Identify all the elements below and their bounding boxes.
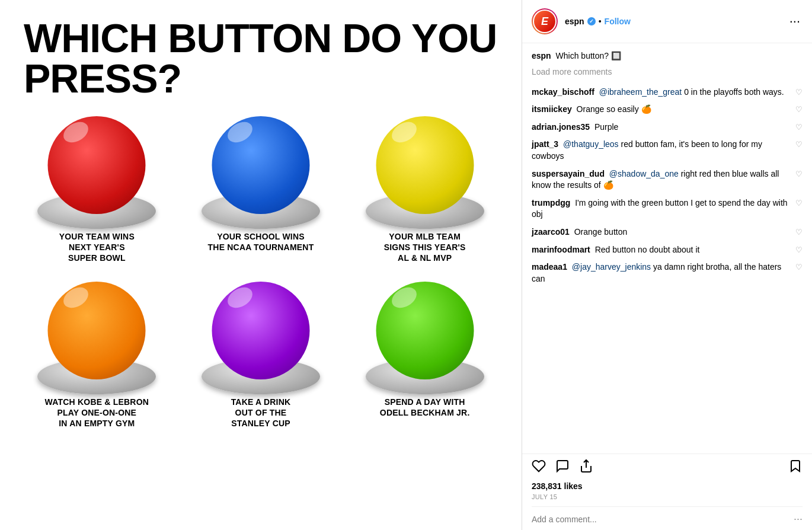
like-icon[interactable]: ♡	[795, 245, 803, 254]
comment-row: itsmiickey Orange so easily 🍊 ♡	[532, 101, 803, 119]
blue-button-wrapper	[202, 110, 320, 223]
comment-mention[interactable]: @thatguy_leos	[563, 139, 619, 149]
button-item-red: YOUR TEAM WINSNEXT YEAR'SSUPER BOWL	[24, 110, 170, 264]
comment-button[interactable]	[555, 459, 570, 477]
avatar-inner: E	[533, 9, 557, 33]
like-icon[interactable]: ♡	[795, 170, 803, 178]
action-icons	[532, 459, 803, 477]
comment-mention[interactable]: @ibraheem_the_great	[599, 87, 682, 97]
like-icon[interactable]: ♡	[795, 123, 803, 132]
like-icon[interactable]: ♡	[795, 199, 803, 207]
button-dome	[376, 116, 474, 214]
verified-badge: ✓	[587, 17, 596, 25]
blue-button[interactable]	[207, 116, 314, 223]
like-button[interactable]	[532, 459, 546, 477]
comment-body: 0 in the playoffs both ways.	[684, 87, 784, 97]
comment-username[interactable]: madeaa1	[532, 262, 567, 272]
yellow-button-wrapper	[366, 110, 484, 223]
yellow-button[interactable]	[372, 116, 478, 223]
post-header: E espn ✓ • Follow ···	[522, 0, 812, 43]
comment-text: jpatt_3 @thatguy_leos red button fam, it…	[532, 139, 795, 162]
red-button-label: YOUR TEAM WINSNEXT YEAR'SSUPER BOWL	[59, 231, 135, 264]
espn-logo: E	[534, 11, 555, 32]
more-options-button[interactable]: ···	[787, 14, 803, 29]
like-icon[interactable]: ♡	[795, 88, 803, 97]
avatar-container[interactable]: E	[532, 8, 558, 34]
comment-username[interactable]: mckay_bischoff	[532, 87, 594, 97]
comment-username[interactable]: jpatt_3	[532, 139, 558, 149]
comment-text: itsmiickey Orange so easily 🍊	[532, 104, 795, 116]
purple-button[interactable]	[207, 282, 314, 388]
orange-button-wrapper	[37, 276, 156, 388]
caption-row: espn Which button? 🔲	[532, 50, 803, 62]
comment-row: adrian.jones35 Purple ♡	[532, 119, 803, 136]
comment-text: madeaa1 @jay_harvey_jenkins ya damn righ…	[532, 261, 795, 285]
comment-body: Orange so easily 🍊	[577, 104, 651, 114]
comment-text: adrian.jones35 Purple	[532, 122, 795, 133]
post-date: JULY 15	[532, 493, 803, 500]
image-panel: WHICH BUTTON DO YOU PRESS? YOUR TEAM WIN…	[0, 0, 522, 530]
like-icon[interactable]: ♡	[795, 228, 803, 237]
button-item-orange: WATCH KOBE & LEBRONPLAY ONE-ON-ONEIN AN …	[24, 276, 170, 429]
comment-username[interactable]: adrian.jones35	[532, 122, 590, 132]
comment-username[interactable]: suspersayain_dud	[532, 169, 605, 178]
right-panel: E espn ✓ • Follow ··· espn Which button?…	[522, 0, 812, 530]
comment-username[interactable]: itsmiickey	[532, 104, 572, 114]
like-icon[interactable]: ♡	[795, 140, 803, 149]
action-bar: 238,831 likes JULY 15 ···	[522, 454, 812, 530]
comment-mention[interactable]: @jay_harvey_jenkins	[572, 262, 651, 272]
comment-username[interactable]: trumpdgg	[532, 198, 570, 207]
bookmark-button[interactable]	[788, 459, 803, 477]
comment-body: Orange button	[574, 227, 628, 237]
button-item-purple: TAKE A DRINKOUT OF THESTANLEY CUP	[188, 276, 334, 429]
yellow-button-label: YOUR MLB TEAMSIGNS THIS YEAR'SAL & NL MV…	[384, 231, 466, 264]
add-comment-dots[interactable]: ···	[794, 513, 803, 525]
comment-row: madeaa1 @jay_harvey_jenkins ya damn righ…	[532, 258, 803, 288]
comments-area[interactable]: espn Which button? 🔲 Load more comments …	[522, 43, 812, 454]
orange-button[interactable]	[43, 282, 150, 388]
button-dome	[48, 282, 146, 379]
follow-button[interactable]: Follow	[605, 17, 631, 26]
share-button[interactable]	[579, 459, 593, 477]
comment-text: mckay_bischoff @ibraheem_the_great 0 in …	[532, 87, 795, 98]
button-item-blue: YOUR SCHOOL WINSTHE NCAA TOURNAMENT	[188, 110, 334, 264]
comment-text: jzaarco01 Orange button	[532, 226, 795, 238]
comment-text: marinfoodmart Red button no doubt about …	[532, 244, 795, 256]
button-item-green: SPEND A DAY WITHODELL BECKHAM JR.	[351, 276, 498, 429]
load-more-comments[interactable]: Load more comments	[532, 67, 803, 76]
blue-button-label: YOUR SCHOOL WINSTHE NCAA TOURNAMENT	[208, 231, 314, 253]
comment-text: suspersayain_dud @shadow_da_one right re…	[532, 168, 795, 191]
comment-username[interactable]: marinfoodmart	[532, 245, 590, 254]
red-button[interactable]	[43, 116, 150, 223]
comment-body: ya damn right brotha, all the haters can	[532, 262, 781, 283]
like-icon[interactable]: ♡	[795, 263, 803, 272]
caption-username[interactable]: espn	[532, 51, 551, 60]
green-button-wrapper	[366, 276, 484, 388]
username-label[interactable]: espn	[565, 17, 584, 26]
green-button[interactable]	[372, 282, 478, 388]
likes-count: 238,831 likes	[532, 481, 803, 491]
comment-body: Red button no doubt about it	[595, 245, 700, 254]
comment-body: Purple	[594, 122, 618, 132]
follow-dot: •	[599, 17, 602, 26]
button-dome	[48, 116, 146, 214]
username-row: espn ✓ • Follow	[565, 17, 787, 26]
button-item-yellow: YOUR MLB TEAMSIGNS THIS YEAR'SAL & NL MV…	[351, 110, 498, 264]
purple-button-label: TAKE A DRINKOUT OF THESTANLEY CUP	[231, 397, 291, 429]
add-comment-row: ···	[532, 506, 803, 525]
purple-button-wrapper	[202, 276, 320, 388]
orange-button-label: WATCH KOBE & LEBRONPLAY ONE-ON-ONEIN AN …	[45, 397, 149, 429]
add-comment-input[interactable]	[532, 515, 794, 524]
green-button-label: SPEND A DAY WITHODELL BECKHAM JR.	[380, 397, 470, 418]
button-dome	[376, 282, 474, 379]
comment-mention[interactable]: @shadow_da_one	[609, 169, 679, 178]
comment-row: suspersayain_dud @shadow_da_one right re…	[532, 165, 803, 194]
comment-row: marinfoodmart Red button no doubt about …	[532, 241, 803, 259]
comment-row: jzaarco01 Orange button ♡	[532, 224, 803, 241]
main-title: WHICH BUTTON DO YOU PRESS?	[24, 18, 498, 98]
comment-username[interactable]: jzaarco01	[532, 227, 570, 237]
buttons-grid: YOUR TEAM WINSNEXT YEAR'SSUPER BOWL YOUR…	[24, 110, 498, 429]
comment-row: mckay_bischoff @ibraheem_the_great 0 in …	[532, 84, 803, 101]
username-block: espn ✓ • Follow	[565, 17, 787, 26]
like-icon[interactable]: ♡	[795, 105, 803, 114]
